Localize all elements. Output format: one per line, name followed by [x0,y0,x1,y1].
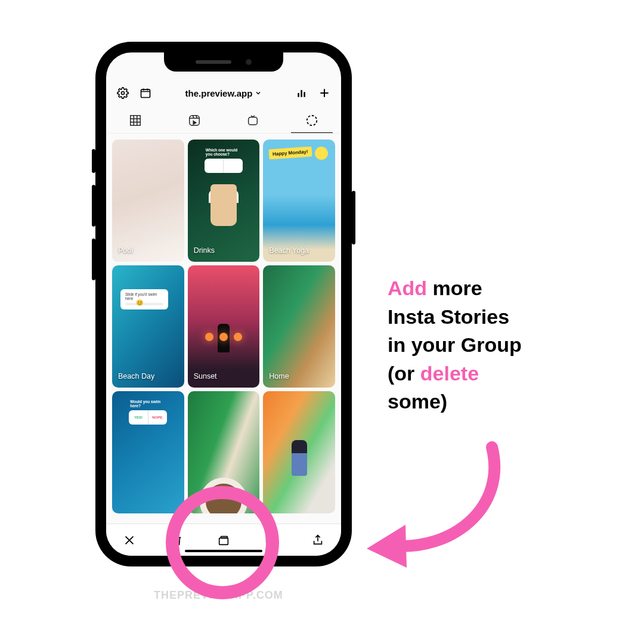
svg-rect-7 [249,117,258,125]
svg-rect-1 [141,89,150,97]
sun-graphic [315,147,328,160]
annotation-arrow-icon [358,441,513,572]
story-tile-pool[interactable]: Pool [112,140,184,262]
tile-label: Sunset [194,372,217,380]
story-tile-beach-yoga[interactable]: Happy Monday! Beach Yoga [263,140,335,262]
tab-reels-icon[interactable] [188,114,201,127]
tile-label: Beach Yoga [269,246,309,255]
close-x-icon[interactable] [123,534,136,547]
story-tile-home[interactable]: Home [263,265,335,388]
tab-igtv-icon[interactable] [246,114,259,127]
active-tab-underline [291,132,333,134]
poll-sticker [205,159,243,173]
sticker-badge: Happy Monday! [269,147,312,160]
story-tile-sunset[interactable]: Sunset [188,265,260,388]
annotation-word-add: Add [388,277,427,299]
svg-rect-5 [131,115,141,125]
side-button [92,149,95,173]
chevron-down-icon [255,89,262,97]
side-button [92,185,95,227]
analytics-icon[interactable] [296,87,308,99]
account-name: the.preview.app [185,88,253,98]
annotation-text: Add more Insta Stories in your Group (or… [388,274,602,416]
slider-sticker: Slide if you'd swim here 😊 [120,289,168,309]
svg-point-0 [122,92,125,95]
phone-screen: the.preview.app [106,52,341,556]
svg-rect-4 [304,92,305,97]
add-plus-icon[interactable] [318,87,330,99]
story-tile-drinks[interactable]: Which one would you choose? Drinks [188,140,260,262]
story-tile-balloon[interactable] [263,391,335,513]
tab-grid-icon[interactable] [129,114,142,127]
tile-overlay-text: Which one would you choose? [206,148,242,156]
story-tile-beach-day[interactable]: Slide if you'd swim here 😊 Beach Day [112,265,184,388]
highlight-circle [166,486,279,599]
annotation-word-delete: delete [420,362,479,385]
poll-caption: Would you swim here? [130,400,166,408]
settings-gear-icon[interactable] [117,87,129,99]
phone-notch [164,52,283,72]
export-share-icon[interactable] [311,534,324,547]
tab-stories-icon[interactable] [305,114,318,127]
svg-rect-2 [298,93,299,97]
account-switcher[interactable]: the.preview.app [185,88,262,98]
stories-grid: Pool Which one would you choose? Drinks … [110,137,338,524]
tile-label: Beach Day [118,372,154,380]
story-tile-swim[interactable]: Would you swim here? YES! NOPE. [112,391,184,513]
side-button [92,239,95,280]
tile-label: Home [269,372,289,380]
svg-point-8 [307,115,317,125]
svg-rect-3 [301,90,302,97]
side-button [352,191,355,244]
tile-label: Drinks [194,246,215,255]
content-tabs [106,107,341,134]
tile-label: Pool [118,246,133,255]
calendar-icon[interactable] [140,87,151,99]
poll-sticker: YES! NOPE. [129,410,167,425]
app-topbar: the.preview.app [106,81,341,105]
